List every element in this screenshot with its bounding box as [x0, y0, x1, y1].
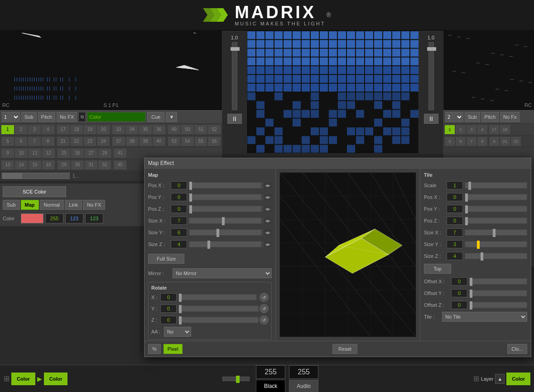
- tile-offset-z-value[interactable]: 0: [451, 301, 467, 309]
- bottom-fader-left-thumb[interactable]: [236, 376, 240, 383]
- grid-cell-19[interactable]: 19: [84, 125, 96, 134]
- tile-pos-y-value[interactable]: 0: [447, 205, 463, 213]
- tile-offset-y-thumb[interactable]: [470, 290, 472, 298]
- layer-arrow-btn[interactable]: ▲: [495, 374, 505, 384]
- rotate-z-value[interactable]: 0: [160, 316, 177, 324]
- percent-btn[interactable]: %: [148, 344, 161, 354]
- color-btn-bottom-left[interactable]: Color: [11, 373, 35, 385]
- sub-btn-right[interactable]: Sub: [465, 112, 480, 122]
- tile-size-x-slider[interactable]: [465, 229, 527, 236]
- sce-normal-btn[interactable]: Normal: [40, 200, 64, 210]
- map-pos-z-slider[interactable]: [189, 206, 262, 212]
- tile-offset-y-slider[interactable]: [469, 290, 527, 296]
- grid-cell-24[interactable]: 24: [97, 137, 110, 146]
- grid-cell-21[interactable]: 21: [57, 137, 70, 146]
- grid-cell-11[interactable]: 11: [29, 149, 41, 158]
- color-swatch[interactable]: [21, 213, 43, 223]
- status-icon-left[interactable]: ⊞: [4, 374, 10, 383]
- tile-scale-slider[interactable]: [465, 182, 527, 189]
- rgc-4[interactable]: 4: [477, 125, 487, 134]
- map-size-z-expand[interactable]: ◀▶: [263, 241, 272, 247]
- grid-cell-14[interactable]: 14: [15, 160, 28, 169]
- status-icon-right[interactable]: ⊞: [473, 374, 479, 383]
- rgc-1[interactable]: 1: [445, 125, 455, 134]
- rgc-21[interactable]: 21: [500, 137, 510, 146]
- grid-cell-31[interactable]: 31: [85, 160, 97, 169]
- rotate-y-slider[interactable]: [178, 305, 259, 312]
- map-pos-y-expand[interactable]: ◀▶: [263, 194, 272, 200]
- grid-cell-51[interactable]: 51: [195, 125, 207, 134]
- sce-title-btn[interactable]: SCE Color: [3, 186, 66, 197]
- grid-cell-15[interactable]: 15: [29, 160, 41, 169]
- rgc-18[interactable]: 18: [500, 125, 510, 134]
- tile-offset-x-slider[interactable]: [469, 278, 527, 285]
- dropdown-btn-left[interactable]: ▼: [166, 112, 177, 122]
- tile-size-z-slider[interactable]: [465, 253, 527, 259]
- grid-cell-1[interactable]: 1: [1, 125, 14, 134]
- tile-scale-thumb[interactable]: [468, 182, 471, 190]
- bottom-fader-left-track[interactable]: [222, 377, 250, 381]
- grid-cell-26[interactable]: 26: [71, 149, 84, 158]
- grid-cell-7[interactable]: 7: [28, 137, 41, 146]
- rgc-6[interactable]: 6: [456, 137, 466, 146]
- rgc-5[interactable]: 5: [445, 137, 455, 146]
- reset-btn[interactable]: Reset: [332, 344, 357, 354]
- tile-size-z-value[interactable]: 4: [447, 252, 463, 260]
- grid-cell-35[interactable]: 35: [139, 125, 152, 134]
- grid-cell-6[interactable]: 6: [15, 137, 28, 146]
- map-size-y-expand[interactable]: ◀▶: [263, 229, 272, 236]
- tile-offset-x-value[interactable]: 0: [451, 277, 467, 286]
- grid-cell-18[interactable]: 18: [70, 125, 83, 134]
- color-btn-bottom-right[interactable]: Color: [506, 373, 530, 385]
- fader-left-thumb[interactable]: [231, 47, 240, 51]
- audio-btn[interactable]: Audio: [289, 380, 318, 392]
- map-pos-z-expand[interactable]: ◀▶: [263, 206, 272, 212]
- fader-left-track[interactable]: [232, 42, 237, 110]
- tile-pos-x-slider[interactable]: [465, 194, 527, 200]
- nofx-btn-right[interactable]: No Fx: [500, 112, 520, 122]
- map-pos-z-value[interactable]: 0: [171, 205, 187, 213]
- tile-offset-z-slider[interactable]: [469, 302, 527, 308]
- grid-cell-53[interactable]: 53: [168, 137, 181, 146]
- cue-btn-left[interactable]: Cue: [147, 112, 164, 122]
- rotate-x-value[interactable]: 0: [160, 293, 177, 301]
- grid-cell-38[interactable]: 38: [126, 137, 139, 146]
- nofx-btn-left[interactable]: No FX: [57, 112, 77, 122]
- arrow-btn-bottom[interactable]: ▶: [37, 375, 42, 382]
- sce-map-btn[interactable]: Map: [21, 200, 39, 210]
- grid-cell-54[interactable]: 54: [181, 137, 194, 146]
- grid-cell-41[interactable]: 41: [114, 149, 126, 158]
- grid-cell-40[interactable]: 40: [153, 137, 165, 146]
- color-display-left[interactable]: Color: [87, 112, 146, 122]
- tile-size-y-thumb[interactable]: [477, 241, 480, 249]
- pitch-btn-right[interactable]: Pitch: [481, 112, 499, 122]
- rotate-z-thumb[interactable]: [179, 316, 182, 324]
- grid-cell-4[interactable]: 4: [42, 125, 54, 134]
- rgc-7[interactable]: 7: [467, 137, 476, 146]
- grid-cell-32[interactable]: 32: [98, 160, 111, 169]
- grid-cell-27[interactable]: 27: [85, 149, 97, 158]
- grid-cell-56[interactable]: 56: [208, 137, 221, 146]
- grid-cell-20[interactable]: 20: [97, 125, 110, 134]
- grid-cell-55[interactable]: 55: [195, 137, 207, 146]
- tile-size-x-value[interactable]: 7: [447, 228, 463, 237]
- tile-size-z-thumb[interactable]: [481, 252, 483, 261]
- tile-offset-z-thumb[interactable]: [470, 301, 472, 310]
- grid-cell-34[interactable]: 34: [126, 125, 139, 134]
- tile-pos-z-value[interactable]: 0: [447, 217, 463, 225]
- map-size-x-slider[interactable]: [189, 218, 262, 224]
- map-size-y-thumb[interactable]: [216, 229, 219, 237]
- rotate-y-thumb[interactable]: [179, 305, 182, 313]
- grid-cell-28[interactable]: 28: [98, 149, 111, 158]
- grid-cell-52[interactable]: 52: [208, 125, 221, 134]
- fader-right-track[interactable]: [428, 42, 434, 110]
- pitch-btn-left[interactable]: Pitch: [38, 112, 55, 122]
- tile-scale-value[interactable]: 1: [447, 181, 463, 189]
- tile-size-y-value[interactable]: 3: [447, 240, 463, 248]
- full-size-btn[interactable]: Full Size: [148, 254, 184, 264]
- tile-pos-z-thumb[interactable]: [465, 217, 468, 225]
- map-size-x-expand[interactable]: ◀▶: [263, 218, 272, 224]
- rgc-17[interactable]: 17: [489, 125, 499, 134]
- map-pos-x-slider[interactable]: [189, 182, 262, 189]
- grid-cell-50[interactable]: 50: [181, 125, 194, 134]
